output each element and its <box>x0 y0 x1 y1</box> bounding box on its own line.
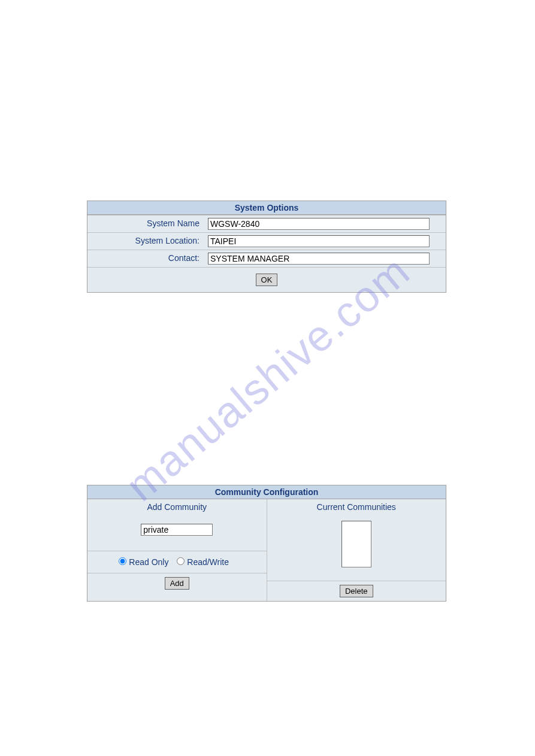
system-options-title: System Options <box>87 201 446 215</box>
current-communities-column: Current Communities Delete <box>267 499 446 601</box>
delete-button-row: Delete <box>267 581 446 601</box>
system-name-row: System Name <box>87 215 446 232</box>
contact-row: Contact: <box>87 250 446 267</box>
contact-input[interactable] <box>208 253 430 265</box>
community-config-title: Community Configuration <box>87 485 446 499</box>
add-community-header: Add Community <box>87 499 267 515</box>
system-name-label: System Name <box>87 215 204 232</box>
community-section: Add Community Read Only Read/Write Add <box>87 499 446 601</box>
system-location-input[interactable] <box>208 235 430 247</box>
community-name-input[interactable] <box>141 524 213 536</box>
read-only-radio[interactable] <box>119 557 126 565</box>
read-write-radio[interactable] <box>177 557 185 565</box>
system-name-input[interactable] <box>208 218 430 230</box>
read-only-option[interactable]: Read Only <box>119 557 171 567</box>
system-options-button-row: OK <box>87 267 446 292</box>
read-write-label: Read/Write <box>187 557 229 567</box>
contact-field-wrapper <box>204 250 446 267</box>
current-communities-header: Current Communities <box>267 499 446 515</box>
system-location-field-wrapper <box>204 233 446 250</box>
community-config-panel: Community Configuration Add Community Re… <box>87 485 446 602</box>
permission-radio-row: Read Only Read/Write <box>87 551 267 573</box>
add-community-column: Add Community Read Only Read/Write Add <box>87 499 267 601</box>
system-location-row: System Location: <box>87 232 446 250</box>
communities-listbox[interactable] <box>341 521 371 567</box>
add-community-body <box>87 515 267 551</box>
system-options-panel: System Options System Name System Locati… <box>87 201 446 293</box>
add-button[interactable]: Add <box>165 577 189 590</box>
read-write-option[interactable]: Read/Write <box>177 557 229 567</box>
ok-button[interactable]: OK <box>256 274 278 286</box>
delete-button[interactable]: Delete <box>340 585 373 597</box>
add-button-row: Add <box>87 573 267 593</box>
contact-label: Contact: <box>87 250 204 267</box>
system-name-field-wrapper <box>204 215 446 232</box>
system-location-label: System Location: <box>87 233 204 250</box>
read-only-label: Read Only <box>129 557 168 567</box>
current-communities-body <box>267 515 446 581</box>
